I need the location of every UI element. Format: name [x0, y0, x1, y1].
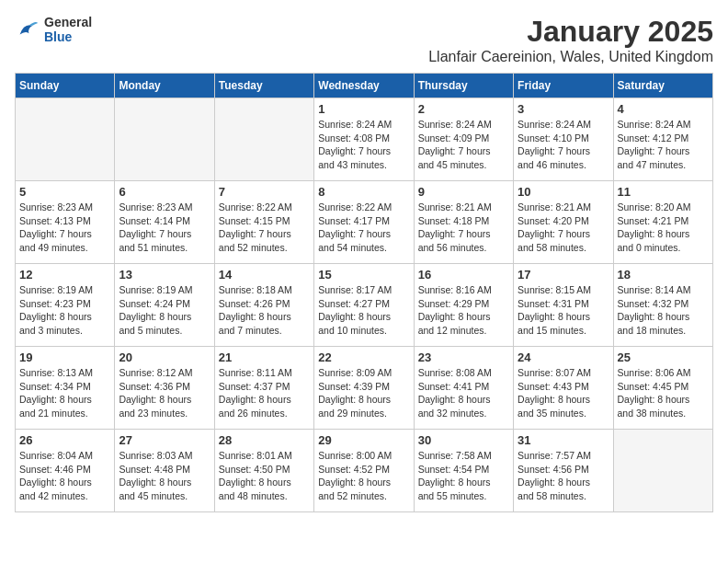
day-number: 25	[618, 350, 709, 364]
day-number: 14	[219, 268, 310, 282]
day-info: Sunrise: 8:24 AM Sunset: 4:08 PM Dayligh…	[318, 118, 409, 172]
calendar-cell: 8Sunrise: 8:22 AM Sunset: 4:17 PM Daylig…	[314, 181, 414, 264]
day-number: 31	[518, 433, 609, 447]
day-info: Sunrise: 8:12 AM Sunset: 4:36 PM Dayligh…	[119, 366, 210, 420]
day-header-wednesday: Wednesday	[314, 74, 414, 98]
day-info: Sunrise: 8:20 AM Sunset: 4:21 PM Dayligh…	[618, 201, 709, 255]
day-info: Sunrise: 8:01 AM Sunset: 4:50 PM Dayligh…	[219, 449, 310, 503]
location-title: Llanfair Caereinion, Wales, United Kingd…	[428, 49, 713, 65]
calendar-cell: 14Sunrise: 8:18 AM Sunset: 4:26 PM Dayli…	[214, 264, 313, 347]
calendar-cell: 25Sunrise: 8:06 AM Sunset: 4:45 PM Dayli…	[613, 347, 712, 430]
day-number: 13	[119, 268, 210, 282]
day-number: 27	[119, 433, 210, 447]
calendar-cell	[214, 98, 313, 181]
day-info: Sunrise: 8:24 AM Sunset: 4:12 PM Dayligh…	[618, 118, 709, 172]
calendar-cell	[16, 98, 115, 181]
day-info: Sunrise: 8:21 AM Sunset: 4:20 PM Dayligh…	[518, 201, 609, 255]
day-header-sunday: Sunday	[16, 74, 115, 98]
day-info: Sunrise: 8:13 AM Sunset: 4:34 PM Dayligh…	[19, 366, 110, 420]
calendar-cell: 16Sunrise: 8:16 AM Sunset: 4:29 PM Dayli…	[414, 264, 513, 347]
day-header-saturday: Saturday	[613, 74, 712, 98]
calendar-cell: 30Sunrise: 7:58 AM Sunset: 4:54 PM Dayli…	[414, 430, 513, 512]
day-number: 15	[318, 268, 409, 282]
day-number: 20	[119, 350, 210, 364]
day-number: 19	[19, 350, 110, 364]
day-number: 29	[318, 433, 409, 447]
calendar-cell: 9Sunrise: 8:21 AM Sunset: 4:18 PM Daylig…	[414, 181, 513, 264]
day-number: 8	[318, 185, 409, 199]
day-info: Sunrise: 8:07 AM Sunset: 4:43 PM Dayligh…	[518, 366, 609, 420]
logo-general-text: General	[44, 15, 92, 29]
day-header-thursday: Thursday	[414, 74, 513, 98]
calendar-cell: 21Sunrise: 8:11 AM Sunset: 4:37 PM Dayli…	[214, 347, 313, 430]
day-number: 24	[518, 350, 609, 364]
day-number: 6	[119, 185, 210, 199]
logo-blue-text: Blue	[44, 29, 92, 44]
calendar-week-5: 26Sunrise: 8:04 AM Sunset: 4:46 PM Dayli…	[16, 430, 713, 512]
calendar-cell: 23Sunrise: 8:08 AM Sunset: 4:41 PM Dayli…	[414, 347, 513, 430]
day-number: 2	[418, 102, 509, 116]
calendar-cell: 4Sunrise: 8:24 AM Sunset: 4:12 PM Daylig…	[613, 98, 712, 181]
calendar-cell: 3Sunrise: 8:24 AM Sunset: 4:10 PM Daylig…	[514, 98, 613, 181]
day-info: Sunrise: 7:58 AM Sunset: 4:54 PM Dayligh…	[418, 449, 509, 503]
day-info: Sunrise: 8:22 AM Sunset: 4:15 PM Dayligh…	[219, 201, 310, 255]
day-number: 22	[318, 350, 409, 364]
calendar-cell: 17Sunrise: 8:15 AM Sunset: 4:31 PM Dayli…	[514, 264, 613, 347]
day-info: Sunrise: 8:00 AM Sunset: 4:52 PM Dayligh…	[318, 449, 409, 503]
day-number: 3	[518, 102, 609, 116]
day-number: 18	[618, 268, 709, 282]
calendar-cell: 15Sunrise: 8:17 AM Sunset: 4:27 PM Dayli…	[314, 264, 414, 347]
day-info: Sunrise: 8:03 AM Sunset: 4:48 PM Dayligh…	[119, 449, 210, 503]
title-area: January 2025 Llanfair Caereinion, Wales,…	[428, 15, 713, 65]
day-info: Sunrise: 8:06 AM Sunset: 4:45 PM Dayligh…	[618, 366, 709, 420]
calendar-cell: 22Sunrise: 8:09 AM Sunset: 4:39 PM Dayli…	[314, 347, 414, 430]
calendar-cell: 10Sunrise: 8:21 AM Sunset: 4:20 PM Dayli…	[514, 181, 613, 264]
calendar-header-row: SundayMondayTuesdayWednesdayThursdayFrid…	[16, 74, 713, 98]
calendar-cell: 19Sunrise: 8:13 AM Sunset: 4:34 PM Dayli…	[16, 347, 115, 430]
calendar-cell: 1Sunrise: 8:24 AM Sunset: 4:08 PM Daylig…	[314, 98, 414, 181]
day-info: Sunrise: 8:15 AM Sunset: 4:31 PM Dayligh…	[518, 283, 609, 338]
calendar: SundayMondayTuesdayWednesdayThursdayFrid…	[15, 73, 713, 512]
day-info: Sunrise: 8:23 AM Sunset: 4:14 PM Dayligh…	[119, 201, 210, 255]
day-info: Sunrise: 8:19 AM Sunset: 4:24 PM Dayligh…	[119, 283, 210, 338]
day-number: 4	[618, 102, 709, 116]
day-info: Sunrise: 7:57 AM Sunset: 4:56 PM Dayligh…	[518, 449, 609, 503]
calendar-cell: 7Sunrise: 8:22 AM Sunset: 4:15 PM Daylig…	[214, 181, 313, 264]
day-info: Sunrise: 8:17 AM Sunset: 4:27 PM Dayligh…	[318, 283, 409, 338]
day-info: Sunrise: 8:24 AM Sunset: 4:10 PM Dayligh…	[518, 118, 609, 172]
calendar-cell: 20Sunrise: 8:12 AM Sunset: 4:36 PM Dayli…	[115, 347, 214, 430]
day-info: Sunrise: 8:24 AM Sunset: 4:09 PM Dayligh…	[418, 118, 509, 172]
day-info: Sunrise: 8:14 AM Sunset: 4:32 PM Dayligh…	[618, 283, 709, 338]
calendar-week-1: 1Sunrise: 8:24 AM Sunset: 4:08 PM Daylig…	[16, 98, 713, 181]
day-number: 12	[19, 268, 110, 282]
calendar-week-4: 19Sunrise: 8:13 AM Sunset: 4:34 PM Dayli…	[16, 347, 713, 430]
day-number: 9	[418, 185, 509, 199]
calendar-cell: 11Sunrise: 8:20 AM Sunset: 4:21 PM Dayli…	[613, 181, 712, 264]
day-header-tuesday: Tuesday	[214, 74, 313, 98]
day-info: Sunrise: 8:16 AM Sunset: 4:29 PM Dayligh…	[418, 283, 509, 338]
day-number: 16	[418, 268, 509, 282]
logo-bird-icon	[15, 17, 40, 42]
day-header-friday: Friday	[514, 74, 613, 98]
calendar-cell	[115, 98, 214, 181]
day-number: 10	[518, 185, 609, 199]
logo: General Blue	[15, 15, 92, 44]
day-info: Sunrise: 8:08 AM Sunset: 4:41 PM Dayligh…	[418, 366, 509, 420]
day-number: 23	[418, 350, 509, 364]
calendar-cell: 18Sunrise: 8:14 AM Sunset: 4:32 PM Dayli…	[613, 264, 712, 347]
day-info: Sunrise: 8:22 AM Sunset: 4:17 PM Dayligh…	[318, 201, 409, 255]
calendar-week-3: 12Sunrise: 8:19 AM Sunset: 4:23 PM Dayli…	[16, 264, 713, 347]
calendar-week-2: 5Sunrise: 8:23 AM Sunset: 4:13 PM Daylig…	[16, 181, 713, 264]
logo-text: General Blue	[44, 15, 92, 44]
calendar-cell: 5Sunrise: 8:23 AM Sunset: 4:13 PM Daylig…	[16, 181, 115, 264]
calendar-cell: 29Sunrise: 8:00 AM Sunset: 4:52 PM Dayli…	[314, 430, 414, 512]
calendar-cell: 2Sunrise: 8:24 AM Sunset: 4:09 PM Daylig…	[414, 98, 513, 181]
day-number: 1	[318, 102, 409, 116]
calendar-cell: 31Sunrise: 7:57 AM Sunset: 4:56 PM Dayli…	[514, 430, 613, 512]
day-number: 11	[618, 185, 709, 199]
day-number: 28	[219, 433, 310, 447]
day-number: 30	[418, 433, 509, 447]
header: General Blue January 2025 Llanfair Caere…	[15, 15, 713, 65]
day-info: Sunrise: 8:21 AM Sunset: 4:18 PM Dayligh…	[418, 201, 509, 255]
day-info: Sunrise: 8:18 AM Sunset: 4:26 PM Dayligh…	[219, 283, 310, 338]
